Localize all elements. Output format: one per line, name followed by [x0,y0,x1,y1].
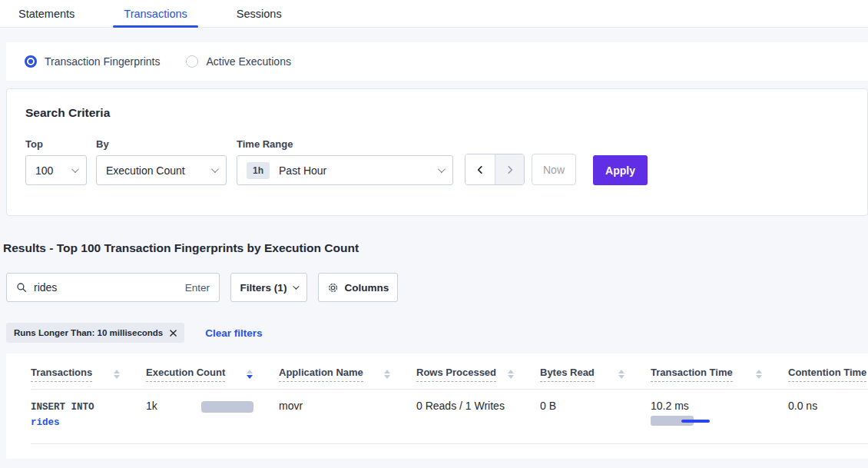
view-mode-strip: Transaction Fingerprints Active Executio… [6,42,868,81]
cell-contention-time: 0.0 ns [788,400,868,430]
chevron-down-icon [438,165,446,173]
chevron-down-icon [293,283,300,289]
search-criteria-card: Search Criteria Top 100 By Execution Cou… [6,88,868,216]
statement-text: INSERT INTO [31,400,146,415]
column-header-rows-processed[interactable]: Rows Processed [416,367,540,382]
transaction-time-value: 10.2 ms [651,400,788,412]
top-field-group: Top 100 [25,138,87,185]
apply-button[interactable]: Apply [593,155,648,185]
chevron-left-icon [475,164,485,175]
radio-active-executions[interactable]: Active Executions [186,55,291,68]
tab-sessions[interactable]: Sessions [237,0,282,27]
filter-chip: Runs Longer Than: 10 milliseconds [6,323,184,343]
time-range-field-group: Time Range 1h Past Hour [237,138,453,185]
table-header-row: Transactions Execution Count Application… [31,367,868,390]
cell-transaction-time: 10.2 ms [651,400,788,430]
top-label: Top [25,138,87,150]
tab-statements[interactable]: Statements [18,0,75,27]
search-enter-hint: Enter [185,282,210,294]
execution-count-value: 1k [146,400,201,412]
chevron-down-icon [71,165,79,173]
tab-transactions-label: Transactions [124,8,187,20]
radio-selected-icon[interactable] [25,55,37,68]
results-controls-row: Enter Filters (1) Columns [6,273,868,302]
top-select-value: 100 [35,164,71,177]
sort-icon[interactable] [618,370,624,379]
filters-button[interactable]: Filters (1) [230,273,307,302]
chevron-right-icon [505,164,515,175]
sort-icon[interactable] [384,370,390,379]
now-button[interactable]: Now [532,154,576,185]
time-range-label: Time Range [237,138,453,150]
previous-range-button[interactable] [465,154,495,184]
results-heading: Results - Top 100 Transaction Fingerprin… [3,241,868,255]
top-select[interactable]: 100 [25,155,87,185]
sort-icon[interactable] [114,370,120,379]
close-icon [170,330,177,337]
column-header-contention-time[interactable]: Contention Time [788,367,868,382]
filter-chip-label: Runs Longer Than: 10 milliseconds [14,328,163,337]
time-range-nav [465,154,525,185]
radio-transaction-fingerprints-label: Transaction Fingerprints [45,55,160,68]
search-criteria-form: Top 100 By Execution Count Time Range 1h… [25,138,849,185]
transaction-time-bar [651,416,727,427]
by-select-value: Execution Count [106,164,211,177]
time-range-value: Past Hour [279,164,438,177]
column-header-transactions[interactable]: Transactions [31,367,146,382]
columns-button[interactable]: Columns [318,273,398,302]
tab-sessions-label: Sessions [237,8,282,20]
radio-transaction-fingerprints[interactable]: Transaction Fingerprints [25,55,160,68]
execution-count-bar [201,401,253,413]
transaction-time-bar-stddev [681,420,710,423]
chevron-down-icon [211,165,219,173]
next-range-button[interactable] [495,154,524,184]
statement-table-link[interactable]: rides [31,417,60,428]
time-range-badge: 1h [247,162,270,179]
cell-bytes-read: 0 B [540,400,651,430]
by-select[interactable]: Execution Count [96,155,227,185]
cell-application-name: movr [279,400,416,430]
by-field-group: By Execution Count [96,138,227,185]
table-row: INSERT INTO rides 1k movr 0 Reads / 1 Wr… [31,390,868,444]
by-label: By [96,138,227,150]
sort-icon-active-desc[interactable] [247,370,253,379]
active-filters-row: Runs Longer Than: 10 milliseconds Clear … [6,323,868,343]
cell-transaction-statement: INSERT INTO rides [31,400,146,430]
radio-unselected-icon[interactable] [186,55,198,68]
remove-filter-button[interactable] [170,330,177,337]
filters-button-label: Filters (1) [240,282,287,294]
radio-active-executions-label: Active Executions [206,55,291,68]
column-header-transaction-time[interactable]: Transaction Time [651,367,788,382]
clear-filters-link[interactable]: Clear filters [205,327,262,339]
search-box[interactable]: Enter [6,273,220,302]
columns-button-label: Columns [345,282,389,294]
sort-icon[interactable] [508,370,514,379]
cell-rows-processed: 0 Reads / 1 Writes [416,400,540,430]
transactions-table: Transactions Execution Count Application… [6,353,868,459]
top-tab-bar: Statements Transactions Sessions [0,0,868,28]
sort-icon[interactable] [756,370,762,379]
search-criteria-title: Search Criteria [25,106,849,120]
time-range-select[interactable]: 1h Past Hour [237,155,453,185]
tab-statements-label: Statements [18,8,75,20]
cell-execution-count: 1k [146,400,279,430]
search-input[interactable] [34,281,185,294]
gear-icon [327,282,339,294]
column-header-bytes-read[interactable]: Bytes Read [540,367,651,382]
tab-transactions[interactable]: Transactions [124,0,187,27]
column-header-application-name[interactable]: Application Name [279,367,416,382]
column-header-execution-count[interactable]: Execution Count [146,367,279,382]
search-icon [16,282,27,293]
